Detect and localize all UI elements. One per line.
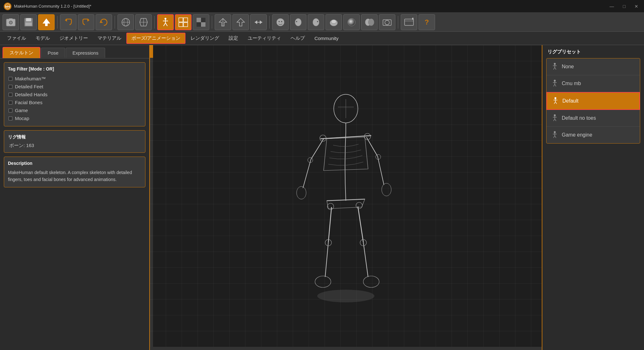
filter-checkbox-facial-bones[interactable]: [9, 101, 12, 104]
viewport-scrollbar-left[interactable]: [150, 45, 153, 350]
toolbar-view-side-btn[interactable]: [250, 14, 267, 30]
filter-item-makehuman[interactable]: Makehuman™: [8, 75, 141, 83]
toolbar-shading3-btn[interactable]: [379, 14, 395, 30]
svg-rect-30: [197, 22, 201, 27]
filter-item-game[interactable]: Game: [8, 106, 141, 114]
svg-point-84: [554, 63, 556, 65]
preset-default[interactable]: Default: [547, 92, 640, 110]
filter-checkbox-mocap[interactable]: [9, 117, 12, 120]
svg-line-103: [555, 119, 556, 121]
filter-item-facial-bones[interactable]: Facial Bones: [8, 98, 141, 106]
toolbar-refresh-btn[interactable]: [96, 14, 112, 30]
toolbar-screenshot-btn[interactable]: [401, 14, 417, 30]
human-figure: [279, 86, 413, 309]
toolbar-view-back-btn[interactable]: [232, 14, 249, 30]
menu-render[interactable]: レンダリング: [186, 33, 224, 43]
svg-marker-36: [255, 20, 257, 24]
toolbar-view-front-btn[interactable]: [215, 14, 231, 30]
preset-default-label: Default: [562, 98, 579, 104]
svg-rect-28: [197, 18, 201, 22]
filter-label-detailed-feet: Detailed Feet: [15, 84, 43, 89]
toolbar-shading1-btn[interactable]: [343, 14, 360, 30]
viewport-bottom-bar[interactable]: [150, 347, 542, 350]
toolbar-globe-btn[interactable]: [135, 14, 152, 30]
left-panel: スケルトン Pose Expressions Tag Filter [Mode …: [0, 45, 149, 350]
restore-button[interactable]: □: [621, 3, 627, 10]
toolbar-face-top-btn[interactable]: [325, 14, 342, 30]
preset-cmu-mb[interactable]: Cmu mb: [547, 75, 640, 92]
menubar: ファイル モデル ジオメトリー マテリアル ポーズ/アニメーション レンダリング…: [0, 32, 644, 45]
toolbar-upload-btn[interactable]: [38, 14, 55, 30]
menu-material[interactable]: マテリアル: [93, 33, 126, 43]
viewport-scrollbar-thumb[interactable]: [150, 45, 153, 58]
filter-label-detailed-hands: Detailed Hands: [15, 92, 48, 97]
window-controls[interactable]: — □ ✕: [608, 3, 640, 10]
svg-point-80: [356, 202, 362, 209]
tab-skeleton[interactable]: スケルトン: [3, 47, 40, 58]
toolbar-camera-btn[interactable]: [3, 14, 19, 30]
menu-help[interactable]: ヘルプ: [286, 33, 309, 43]
preset-none-icon: [551, 62, 559, 71]
svg-point-47: [348, 18, 355, 26]
filter-checkbox-makehuman[interactable]: [9, 77, 12, 81]
toolbar-pose-btn[interactable]: [157, 14, 174, 30]
left-content: Tag Filter [Mode : OR] Makehuman™ Detail…: [0, 58, 149, 350]
close-button[interactable]: ✕: [633, 3, 640, 10]
menu-settings[interactable]: 設定: [224, 33, 243, 43]
description-box: Description MakeHuman default skeleton. …: [4, 157, 145, 187]
menu-geometry[interactable]: ジオメトリー: [55, 33, 92, 43]
svg-point-89: [554, 80, 556, 82]
toolbar-checker-btn[interactable]: [193, 14, 209, 30]
tab-pose[interactable]: Pose: [41, 48, 65, 58]
filter-item-mocap[interactable]: Mocap: [8, 114, 141, 122]
toolbar-save-btn[interactable]: [20, 14, 37, 30]
svg-rect-26: [179, 23, 183, 27]
toolbar-face-front-btn[interactable]: [272, 14, 289, 30]
minimize-button[interactable]: —: [608, 3, 616, 10]
toolbar-face-right-btn[interactable]: [290, 14, 306, 30]
svg-point-51: [385, 20, 389, 25]
app-icon: MH: [4, 3, 11, 10]
filter-checkbox-detailed-hands[interactable]: [9, 93, 12, 97]
toolbar-mesh-btn[interactable]: [117, 14, 134, 30]
svg-point-104: [554, 131, 556, 133]
description-title: Description: [8, 161, 141, 166]
toolbar-help-btn[interactable]: ?: [419, 14, 435, 30]
menu-utility[interactable]: ユーティリティ: [243, 33, 285, 43]
svg-point-74: [363, 276, 379, 287]
svg-rect-25: [184, 18, 188, 22]
svg-point-65: [297, 186, 306, 199]
svg-line-64: [378, 156, 384, 185]
preset-game-engine[interactable]: Game engine: [547, 127, 640, 143]
preset-none[interactable]: None: [547, 58, 640, 75]
svg-point-39: [278, 21, 280, 22]
toolbar-sep-1: [57, 16, 57, 29]
filter-item-detailed-feet[interactable]: Detailed Feet: [8, 83, 141, 91]
toolbar-undo-btn[interactable]: [60, 14, 77, 30]
rig-info-title: リグ情報: [8, 134, 141, 140]
menu-pose[interactable]: ポーズ/アニメーション: [126, 33, 185, 44]
svg-line-71: [358, 206, 363, 242]
svg-point-73: [315, 276, 331, 287]
tab-expressions[interactable]: Expressions: [66, 48, 105, 58]
toolbar-grid-btn[interactable]: [175, 14, 191, 30]
rig-info-bone-count: ボーン: 163: [8, 143, 141, 149]
preset-default-no-toes[interactable]: Default no toes: [547, 110, 640, 127]
toolbar-shading2-btn[interactable]: [361, 14, 378, 30]
toolbar-face-left-btn[interactable]: [308, 14, 324, 30]
filter-checkbox-game[interactable]: [9, 109, 12, 112]
window-title: MakeHuman Community 1.2.0 - [Untitled]*: [14, 4, 608, 9]
toolbar-sep-6: [398, 16, 398, 29]
filter-item-detailed-hands[interactable]: Detailed Hands: [8, 91, 141, 98]
svg-line-23: [165, 23, 167, 26]
preset-none-label: None: [562, 64, 574, 70]
menu-community[interactable]: Community: [310, 34, 343, 43]
viewport[interactable]: [149, 45, 542, 350]
description-text: MakeHuman default skeleton. A complex sk…: [8, 169, 141, 183]
tag-filter-title: Tag Filter [Mode : OR]: [8, 66, 141, 71]
menu-file[interactable]: ファイル: [3, 33, 30, 43]
menu-model[interactable]: モデル: [31, 33, 54, 43]
filter-checkbox-detailed-feet[interactable]: [9, 85, 12, 89]
toolbar-redo-btn[interactable]: [78, 14, 94, 30]
svg-rect-7: [26, 18, 31, 21]
